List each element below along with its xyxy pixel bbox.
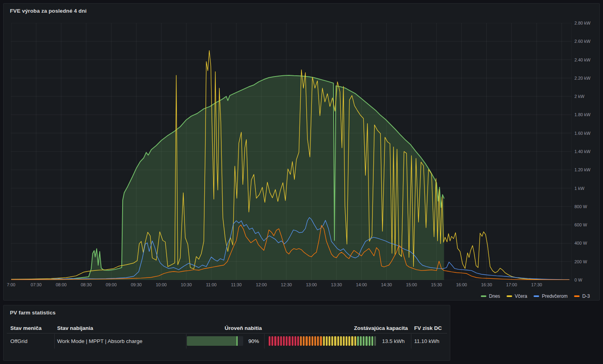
led-cell <box>351 336 353 346</box>
x-tick-label: 08:00 <box>56 282 67 287</box>
x-tick-label: 7:00 <box>7 282 15 287</box>
column-divider <box>186 334 186 349</box>
led-cell <box>354 336 356 346</box>
led-cell <box>323 336 325 346</box>
x-tick-label: 17:00 <box>506 282 517 287</box>
x-tick-label: 15:00 <box>406 282 417 287</box>
cell-stav-menica: OffGrid <box>4 334 54 349</box>
cell-zostavajuca-kapacita: 13.5 kWh <box>377 334 405 349</box>
led-cell <box>360 336 362 346</box>
x-tick-label: 14:30 <box>381 282 392 287</box>
legend-item[interactable]: D-3 <box>574 293 590 299</box>
led-cell <box>280 336 282 346</box>
legend-series-swatch <box>481 295 486 297</box>
led-cell <box>320 336 322 346</box>
led-cell <box>314 336 316 346</box>
stats-panel-title[interactable]: PV farm statistics <box>10 310 56 316</box>
x-tick-label: 08:30 <box>81 282 92 287</box>
led-cell <box>357 336 359 346</box>
led-cell <box>365 336 367 346</box>
led-cell <box>288 336 290 346</box>
x-tick-label: 17:30 <box>531 282 542 287</box>
y-tick-label: 2 kW <box>574 94 584 99</box>
legend-series-label: Predvčerom <box>542 293 568 299</box>
soc-gauge <box>187 336 243 346</box>
y-tick-label: 1 kW <box>574 186 584 191</box>
x-tick-label: 13:30 <box>331 282 342 287</box>
panel-fve-chart: FVE výroba za posledné 4 dni 7:0007:3008… <box>3 3 600 301</box>
chart-canvas[interactable] <box>11 23 572 280</box>
led-cell <box>346 336 348 346</box>
cell-stav-nabijania: Work Mode | MPPT | Absorb charge <box>54 334 186 349</box>
led-cell <box>369 336 371 346</box>
capacity-led-gauge <box>269 336 376 346</box>
led-cell <box>274 336 276 346</box>
y-tick-label: 200 W <box>574 259 587 264</box>
soc-gauge-fill <box>187 336 238 346</box>
chart-legend: DnesVčeraPredvčeromD-3 <box>481 293 590 300</box>
led-cell <box>277 336 279 346</box>
led-cell <box>269 336 271 346</box>
y-tick-label: 1.40 kW <box>574 149 590 154</box>
x-tick-label: 07:30 <box>31 282 42 287</box>
led-cell <box>294 336 296 346</box>
led-cell <box>309 336 311 346</box>
led-cell <box>311 336 313 346</box>
column-header-zostavajuca-kapacita[interactable]: Zostávajúca kapacita <box>264 323 411 333</box>
led-cell <box>331 336 333 346</box>
x-tick-label: 13:00 <box>306 282 317 287</box>
y-tick-label: 400 W <box>574 241 587 245</box>
y-tick-label: 1.60 kW <box>574 131 590 136</box>
column-divider <box>264 334 265 349</box>
x-tick-label: 10:00 <box>156 282 167 287</box>
x-tick-label: 16:00 <box>456 282 467 287</box>
led-cell <box>337 336 339 346</box>
y-tick-label: 2.80 kW <box>574 21 590 25</box>
column-header-uroven-nabitia[interactable]: Úroveň nabitia <box>186 323 264 333</box>
legend-item[interactable]: Dnes <box>481 293 500 299</box>
led-cell <box>334 336 336 346</box>
led-cell <box>371 336 373 346</box>
chart-panel-title[interactable]: FVE výroba za posledné 4 dni <box>10 8 86 14</box>
y-axis-labels: 0 W200 W400 W600 W800 W1 kW1.20 kW1.40 k… <box>574 23 599 280</box>
legend-series-label: Včera <box>515 293 527 299</box>
column-header-stav-menica[interactable]: Stav meniča <box>4 323 54 333</box>
led-cell <box>317 336 319 346</box>
soc-percentage: 90% <box>248 334 259 349</box>
led-cell <box>343 336 345 346</box>
x-tick-label: 10:30 <box>181 282 192 287</box>
led-cell <box>297 336 299 346</box>
x-tick-label: 16:30 <box>481 282 492 287</box>
x-axis-labels: 7:0007:3008:0008:3009:0009:3010:0010:301… <box>11 282 572 289</box>
led-cell <box>348 336 350 346</box>
x-tick-label: 12:30 <box>281 282 292 287</box>
led-cell <box>292 336 294 346</box>
cell-fv-zisk-dc: 11.10 kWh <box>411 334 450 349</box>
x-tick-label: 15:30 <box>431 282 442 287</box>
column-header-fv-zisk-dc[interactable]: FV zisk DC <box>411 323 450 333</box>
x-tick-label: 11:30 <box>231 282 242 287</box>
led-cell <box>303 336 305 346</box>
led-cell <box>286 336 288 346</box>
led-cell <box>326 336 328 346</box>
x-tick-label: 14:00 <box>356 282 367 287</box>
x-tick-label: 11:00 <box>206 282 217 287</box>
led-cell <box>271 336 273 346</box>
legend-series-swatch <box>507 295 512 297</box>
led-cell <box>363 336 365 346</box>
y-tick-label: 800 W <box>574 204 587 209</box>
column-header-stav-nabijania[interactable]: Stav nabíjania <box>54 323 186 333</box>
legend-item[interactable]: Predvčerom <box>534 293 568 299</box>
y-tick-label: 2.60 kW <box>574 39 590 44</box>
led-cell <box>300 336 302 346</box>
y-tick-label: 2.20 kW <box>574 76 590 80</box>
led-cell <box>374 336 376 346</box>
table-header-divider <box>7 333 447 333</box>
legend-series-label: Dnes <box>489 293 500 299</box>
panel-pv-farm-statistics: PV farm statistics Stav meniča Stav nabí… <box>3 305 450 361</box>
legend-series-swatch <box>534 295 539 297</box>
legend-item[interactable]: Včera <box>507 293 527 299</box>
time-series-plot[interactable] <box>11 23 572 280</box>
legend-series-label: D-3 <box>582 293 590 299</box>
y-tick-label: 0 W <box>574 278 582 282</box>
